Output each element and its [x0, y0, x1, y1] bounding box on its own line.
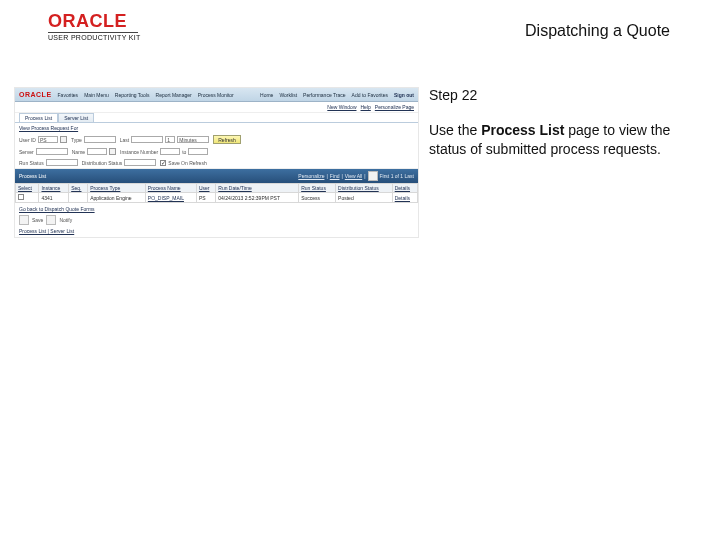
col-user[interactable]: User — [196, 184, 215, 193]
label-instance: Instance Number — [120, 149, 158, 155]
thumb-nav-bar: ORACLE Favorites Main Menu Reporting Too… — [15, 88, 418, 102]
main-region: ORACLE Favorites Main Menu Reporting Too… — [0, 87, 720, 238]
thumb-personalize-link[interactable]: Personalize Page — [375, 104, 414, 110]
col-details[interactable]: Details — [392, 184, 417, 193]
input-instance-to[interactable] — [188, 148, 208, 155]
col-pname[interactable]: Process Name — [145, 184, 196, 193]
label-run-status: Run Status — [19, 160, 44, 166]
cell-details-link[interactable]: Details — [395, 195, 410, 201]
thumb-section-title: View Process Request For — [19, 125, 78, 131]
lookup-icon[interactable] — [109, 148, 116, 155]
grid-personalize-link[interactable]: Personalize — [298, 173, 324, 179]
row-select-checkbox[interactable] — [18, 194, 24, 200]
instr-bold: Process List — [481, 122, 564, 138]
brand-divider — [48, 32, 138, 33]
page-header: ORACLE USER PRODUCTIVITY KIT Dispatching… — [0, 0, 720, 47]
label-save-on-refresh: Save On Refresh — [168, 160, 206, 166]
col-instance[interactable]: Instance — [39, 184, 69, 193]
label-dist-status: Distribution Status — [82, 160, 123, 166]
notify-icon[interactable] — [46, 215, 56, 225]
select-server[interactable] — [36, 148, 68, 155]
cell-instance: 4341 — [39, 193, 69, 203]
grid-header-bar: Process List Personalize | Find | View A… — [15, 169, 418, 183]
embedded-screenshot: ORACLE Favorites Main Menu Reporting Too… — [14, 87, 419, 238]
save-icon[interactable] — [19, 215, 29, 225]
checkbox-save-on-refresh[interactable] — [160, 160, 166, 166]
col-seq[interactable]: Seq. — [69, 184, 88, 193]
col-ptype[interactable]: Process Type — [88, 184, 146, 193]
instr-pre: Use the — [429, 122, 481, 138]
grid-pager: Personalize | Find | View All | First 1 … — [298, 171, 414, 181]
tab-server-list[interactable]: Server List — [58, 113, 94, 122]
thumb-nav-perf[interactable]: Performance Trace — [303, 92, 346, 98]
footer-tabs[interactable]: Process List | Server List — [19, 228, 74, 234]
col-select[interactable]: Select — [16, 184, 39, 193]
thumb-new-window-link[interactable]: New Window — [327, 104, 356, 110]
grid-title: Process List — [19, 173, 46, 179]
thumb-breadcrumb[interactable]: Main Menu — [84, 92, 109, 98]
label-type: Type — [71, 137, 82, 143]
thumb-breadcrumb[interactable]: Process Monitor — [198, 92, 234, 98]
lookup-icon[interactable] — [60, 136, 67, 143]
thumb-breadcrumb[interactable]: Report Manager — [156, 92, 192, 98]
cell-diststatus: Posted — [336, 193, 393, 203]
thumb-nav-fav[interactable]: Add to Favorites — [352, 92, 388, 98]
go-back-link[interactable]: Go back to Dispatch Quote Forms — [19, 206, 95, 212]
grid-zoom-icon[interactable] — [368, 171, 378, 181]
notify-label[interactable]: Notify — [59, 217, 72, 223]
cell-rundt: 04/24/2013 2:52:39PM PST — [216, 193, 299, 203]
refresh-button[interactable]: Refresh — [213, 135, 241, 144]
col-runstatus[interactable]: Run Status — [299, 184, 336, 193]
cell-pname-link[interactable]: PO_DISP_MAIL — [148, 195, 184, 201]
label-name: Name — [72, 149, 85, 155]
process-list-table: Select Instance Seq. Process Type Proces… — [15, 183, 418, 203]
thumb-breadcrumb[interactable]: Reporting Tools — [115, 92, 150, 98]
col-diststatus[interactable]: Distribution Status — [336, 184, 393, 193]
save-label[interactable]: Save — [32, 217, 43, 223]
thumb-util-row: New Window Help Personalize Page — [15, 102, 418, 113]
grid-find-link[interactable]: Find — [330, 173, 340, 179]
thumb-nav-signout[interactable]: Sign out — [394, 92, 414, 98]
brand-logo-block: ORACLE USER PRODUCTIVITY KIT — [48, 12, 141, 41]
thumb-help-link[interactable]: Help — [361, 104, 371, 110]
thumb-breadcrumb[interactable]: Favorites — [58, 92, 79, 98]
cell-user: PS — [196, 193, 215, 203]
thumb-filter-row-2: Server Name Instance Number to — [15, 146, 418, 157]
thumb-nav-worklist[interactable]: Worklist — [279, 92, 297, 98]
product-line: USER PRODUCTIVITY KIT — [48, 34, 141, 41]
step-instruction: Use the Process List page to view the st… — [429, 121, 700, 159]
thumb-filter-row-3: Run Status Distribution Status Save On R… — [15, 157, 418, 169]
select-type[interactable] — [84, 136, 116, 143]
instruction-pane: Step 22 Use the Process List page to vie… — [419, 87, 720, 238]
grid-viewall-link[interactable]: View All — [345, 173, 362, 179]
thumb-tabs: Process List Server List — [15, 113, 418, 123]
thumb-section-title-row: View Process Request For — [15, 123, 418, 133]
input-name[interactable] — [87, 148, 107, 155]
process-monitor-thumb: ORACLE Favorites Main Menu Reporting Too… — [14, 87, 419, 238]
select-run-status[interactable] — [46, 159, 78, 166]
input-instance-from[interactable] — [160, 148, 180, 155]
thumb-nav-home[interactable]: Home — [260, 92, 273, 98]
grid-pager-text: First 1 of 1 Last — [380, 173, 414, 179]
cell-runstatus: Success — [299, 193, 336, 203]
thumb-oracle-wordmark: ORACLE — [19, 91, 52, 98]
thumb-filter-row-1: User ID PS Type Last 1 Minutes Refresh — [15, 133, 418, 146]
step-number: Step 22 — [429, 87, 700, 103]
select-dist-status[interactable] — [124, 159, 156, 166]
input-last-n[interactable]: 1 — [165, 136, 175, 143]
topic-title: Dispatching a Quote — [525, 12, 690, 40]
thumb-below-grid: Go back to Dispatch Quote Forms Save Not… — [15, 203, 418, 237]
col-rundt[interactable]: Run Date/Time — [216, 184, 299, 193]
label-server: Server — [19, 149, 34, 155]
label-user-id: User ID — [19, 137, 36, 143]
label-last: Last — [120, 137, 129, 143]
cell-seq — [69, 193, 88, 203]
select-last[interactable] — [131, 136, 163, 143]
input-user-id[interactable]: PS — [38, 136, 58, 143]
table-row: 4341 Application Engine PO_DISP_MAIL PS … — [16, 193, 418, 203]
oracle-wordmark: ORACLE — [48, 12, 141, 30]
select-last-unit[interactable]: Minutes — [177, 136, 209, 143]
cell-ptype: Application Engine — [88, 193, 146, 203]
table-header-row: Select Instance Seq. Process Type Proces… — [16, 184, 418, 193]
tab-process-list[interactable]: Process List — [19, 113, 58, 122]
